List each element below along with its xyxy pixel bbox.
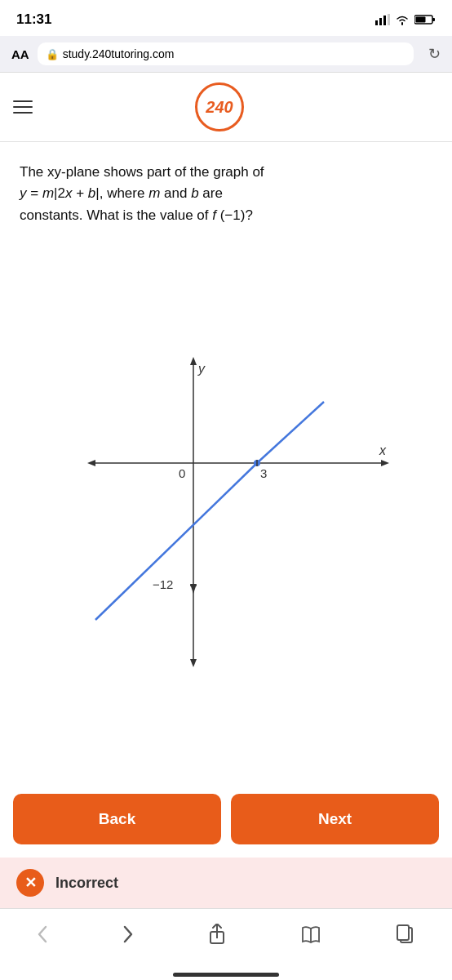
bottom-nav bbox=[0, 908, 452, 968]
svg-rect-3 bbox=[388, 14, 390, 25]
share-button[interactable] bbox=[195, 917, 239, 951]
svg-rect-0 bbox=[375, 20, 378, 25]
book-icon bbox=[301, 925, 321, 943]
browser-url-text: study.240tutoring.com bbox=[63, 47, 175, 60]
next-button[interactable]: Next bbox=[231, 794, 439, 844]
nav-forward-button[interactable] bbox=[110, 919, 146, 950]
status-icons bbox=[375, 14, 436, 25]
chevron-left-icon bbox=[38, 925, 47, 943]
action-area: Back Next ✕ Incorrect bbox=[0, 781, 452, 980]
menu-bar: 240 bbox=[0, 73, 452, 142]
back-button[interactable]: Back bbox=[13, 794, 221, 844]
x-axis-label: x bbox=[379, 443, 387, 457]
svg-marker-8 bbox=[381, 460, 389, 466]
incorrect-bar: ✕ Incorrect bbox=[0, 858, 452, 908]
battery-icon bbox=[414, 14, 436, 25]
hamburger-menu[interactable] bbox=[13, 100, 33, 114]
status-time: 11:31 bbox=[16, 11, 51, 28]
incorrect-text: Incorrect bbox=[55, 875, 118, 892]
question-text: The xy-plane shows part of the graph of … bbox=[20, 162, 432, 226]
svg-line-14 bbox=[257, 402, 324, 463]
browser-aa-label[interactable]: AA bbox=[11, 47, 29, 61]
logo-text: 240 bbox=[206, 98, 233, 117]
question-line3: constants. What is the value of f (−1)? bbox=[20, 207, 253, 223]
svg-rect-21 bbox=[397, 925, 409, 940]
svg-rect-1 bbox=[379, 18, 382, 25]
browser-url-bar[interactable]: 🔒 study.240tutoring.com bbox=[38, 42, 414, 65]
status-bar: 11:31 bbox=[0, 0, 452, 36]
wifi-icon bbox=[395, 14, 410, 25]
chevron-right-icon bbox=[123, 925, 133, 943]
y-axis-label: y bbox=[197, 362, 206, 376]
graph-svg: x y 0 3 −12 bbox=[63, 357, 389, 667]
svg-line-13 bbox=[95, 463, 257, 620]
question-line1: The xy-plane shows part of the graph of bbox=[20, 164, 264, 180]
svg-marker-11 bbox=[190, 357, 197, 365]
copy-icon bbox=[397, 924, 414, 944]
x-icon: ✕ bbox=[16, 869, 44, 897]
refresh-icon[interactable]: ↻ bbox=[428, 45, 441, 63]
svg-marker-12 bbox=[190, 659, 197, 667]
point-3-label: 3 bbox=[260, 466, 267, 480]
svg-rect-6 bbox=[416, 17, 426, 23]
book-button[interactable] bbox=[288, 919, 334, 950]
svg-marker-9 bbox=[87, 460, 95, 466]
home-indicator-bar bbox=[173, 973, 279, 977]
svg-rect-5 bbox=[432, 18, 435, 21]
question-line2: y = m|2x + b|, where m and b are bbox=[20, 185, 223, 201]
signal-icon bbox=[375, 14, 390, 25]
copy-button[interactable] bbox=[383, 918, 428, 951]
origin-label: 0 bbox=[179, 466, 185, 480]
buttons-row: Back Next bbox=[0, 781, 452, 858]
logo-circle: 240 bbox=[195, 82, 244, 131]
lock-icon: 🔒 bbox=[46, 48, 59, 60]
main-content: The xy-plane shows part of the graph of … bbox=[0, 142, 452, 781]
browser-bar: AA 🔒 study.240tutoring.com ↻ bbox=[0, 36, 452, 73]
share-icon bbox=[208, 924, 226, 945]
logo-container: 240 bbox=[33, 82, 406, 131]
home-indicator bbox=[0, 968, 452, 980]
nav-back-button[interactable] bbox=[24, 919, 60, 950]
graph-area: x y 0 3 −12 bbox=[20, 243, 432, 781]
svg-rect-2 bbox=[383, 16, 386, 25]
neg12-label: −12 bbox=[153, 577, 173, 591]
